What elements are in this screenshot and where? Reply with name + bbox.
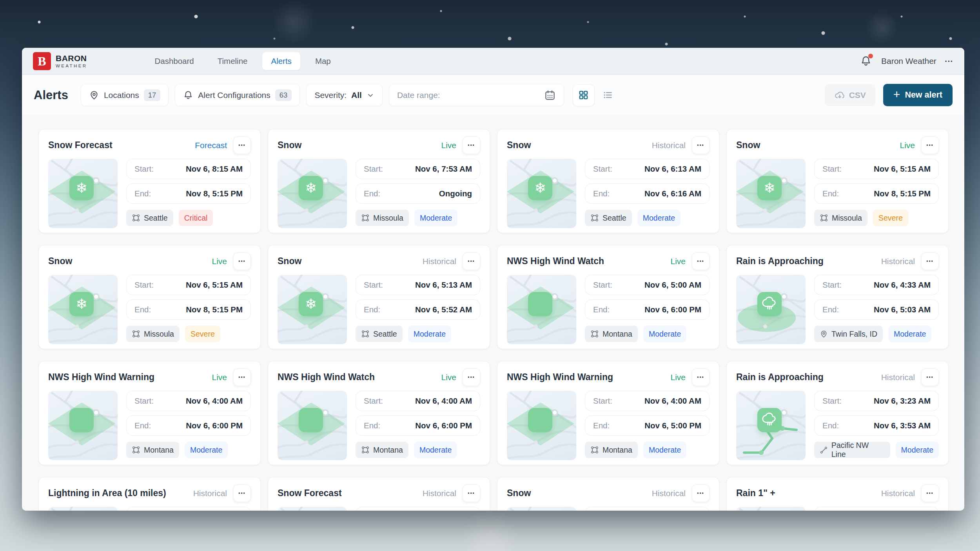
download-cloud-icon — [834, 90, 845, 101]
plus-icon: + — [893, 89, 900, 100]
alert-map-thumbnail[interactable]: ❄ — [736, 507, 806, 511]
location-name: Missoula — [832, 214, 862, 223]
alert-map-thumbnail[interactable]: ❄ — [278, 391, 347, 460]
alert-card-body: ❄ Start: Nov 6, 7:53 AM End: Ongoing — [278, 159, 480, 228]
alert-card-body: ❄ Start: Nov 6, 6:13 AM End: Nov 6, 6:16… — [507, 159, 710, 228]
snowflake-icon: ❄ — [305, 297, 317, 311]
card-more-button[interactable]: ••• — [233, 484, 251, 502]
start-label: Start: — [134, 396, 154, 406]
alert-map-thumbnail[interactable]: ❄ — [736, 391, 806, 460]
baron-weather-logo[interactable]: B BARON WEATHER — [33, 52, 87, 70]
alert-map-thumbnail[interactable]: ❄ — [48, 391, 118, 460]
location-chip: Montana — [585, 442, 638, 458]
polygon-icon — [820, 214, 828, 222]
alert-map-thumbnail[interactable]: ❄ — [507, 275, 576, 344]
tab-map[interactable]: Map — [307, 52, 339, 70]
alert-card-fields: Start: Nov 6, 4:33 AM End: Nov 6, 5:03 A… — [814, 275, 939, 344]
card-more-button[interactable]: ••• — [463, 136, 480, 154]
card-more-button[interactable]: ••• — [692, 252, 710, 270]
card-more-button[interactable]: ••• — [463, 252, 480, 270]
card-more-button[interactable]: ••• — [692, 368, 710, 386]
grid-view-button[interactable] — [573, 84, 595, 106]
alert-card[interactable]: Snow Live ••• — [726, 129, 949, 233]
alert-map-thumbnail[interactable]: ❄ — [507, 159, 576, 228]
card-more-button[interactable]: ••• — [233, 368, 251, 386]
end-field: End: Nov 8, 5:15 PM — [126, 299, 251, 320]
export-csv-button[interactable]: CSV — [825, 84, 875, 106]
notifications-button[interactable] — [859, 54, 873, 68]
card-more-button[interactable]: ••• — [463, 484, 480, 502]
navbar-right: Baron Weather ••• — [859, 54, 953, 68]
date-range-placeholder: Date range: — [397, 91, 440, 100]
alert-map-thumbnail[interactable]: ❄ — [507, 507, 576, 511]
alert-card[interactable]: NWS High Wind Watch Live ••• — [497, 245, 719, 349]
alert-card[interactable]: Rain 1" + Historical ••• — [726, 477, 949, 511]
card-more-button[interactable]: ••• — [921, 136, 939, 154]
alerts-grid: Snow Forecast Forecast ••• — [38, 129, 948, 511]
card-more-button[interactable]: ••• — [233, 252, 251, 270]
alert-map-thumbnail[interactable]: ❄ — [48, 275, 118, 344]
alert-card[interactable]: Snow Forecast Forecast ••• — [38, 129, 261, 233]
alert-map-thumbnail[interactable]: ❄ — [48, 507, 118, 511]
card-more-button[interactable]: ••• — [463, 368, 480, 386]
alert-card-chips: Missoula Moderate — [356, 210, 480, 226]
alert-card[interactable]: Snow Live ••• — [268, 129, 490, 233]
alert-map-thumbnail[interactable]: ❄ — [278, 275, 347, 344]
alert-card[interactable]: NWS High Wind Watch Live ••• — [268, 361, 490, 465]
alert-card[interactable]: Snow Historical ••• — [497, 477, 719, 511]
user-name[interactable]: Baron Weather — [881, 56, 936, 66]
alert-map-thumbnail[interactable]: ❄ — [736, 275, 806, 344]
user-menu-ellipsis-icon[interactable]: ••• — [945, 58, 953, 64]
alert-card[interactable]: NWS High Wind Warning Live ••• — [497, 361, 719, 465]
alert-card-header-right: Live ••• — [212, 368, 251, 386]
alert-configurations-button[interactable]: Alert Configurations 63 — [175, 84, 300, 106]
ellipsis-icon: ••• — [926, 259, 934, 264]
polygon-icon — [590, 214, 599, 222]
alert-map-thumbnail[interactable]: ❄ — [507, 391, 576, 460]
card-more-button[interactable]: ••• — [692, 484, 710, 502]
start-label: Start: — [822, 164, 842, 174]
location-name: Seattle — [144, 214, 168, 223]
alert-card[interactable]: Snow Forecast Historical ••• — [268, 477, 490, 511]
alert-type-icon: ❄ — [69, 292, 94, 316]
alert-card-body: ❄ Start: Nov 6, 4:00 AM End: Nov 6, 6:00… — [48, 391, 251, 460]
locations-filter-button[interactable]: Locations 17 — [81, 84, 169, 106]
alert-map-thumbnail[interactable]: ❄ — [48, 159, 118, 228]
end-label: End: — [364, 189, 380, 198]
card-more-button[interactable]: ••• — [921, 252, 939, 270]
calendar-icon — [544, 89, 556, 101]
date-range-input[interactable]: Date range: — [389, 84, 564, 106]
card-more-button[interactable]: ••• — [692, 136, 710, 154]
alert-map-thumbnail[interactable]: ❄ — [278, 507, 347, 511]
card-more-button[interactable]: ••• — [921, 484, 939, 502]
csv-label: CSV — [849, 91, 866, 100]
alert-map-thumbnail[interactable]: ❄ — [278, 159, 347, 228]
tab-dashboard[interactable]: Dashboard — [146, 52, 202, 70]
alert-card-body: ❄ Start: Nov 6, 8:15 AM End: Nov 8, 5:15… — [48, 159, 251, 228]
list-view-button[interactable] — [597, 84, 619, 106]
alerts-toolbar: Alerts Locations 17 Alert Configurations… — [22, 75, 964, 115]
end-field: End: Nov 6, 5:52 AM — [356, 299, 480, 320]
alert-card[interactable]: Snow Historical ••• — [497, 129, 719, 233]
start-field: Start: Nov 6, 5:00 AM — [585, 275, 710, 295]
severity-select[interactable]: Severity: All — [306, 84, 383, 106]
alert-card[interactable]: Snow Live ••• — [38, 245, 261, 349]
alert-card-body: ❄ Start: Nov 6, 4:00 AM End: Nov 6, 6:00… — [278, 391, 480, 460]
alert-card[interactable]: Rain is Approaching Historical ••• — [726, 245, 949, 349]
alert-card-header-right: Historical ••• — [881, 252, 939, 270]
card-more-button[interactable]: ••• — [233, 136, 251, 154]
tab-timeline[interactable]: Timeline — [209, 52, 256, 70]
card-more-button[interactable]: ••• — [921, 368, 939, 386]
ellipsis-icon: ••• — [238, 259, 246, 264]
alert-map-thumbnail[interactable]: ❄ — [736, 159, 806, 228]
alert-card[interactable]: NWS High Wind Warning Live ••• — [38, 361, 261, 465]
start-value: Nov 6, 8:15 AM — [186, 164, 243, 174]
alert-card[interactable]: Snow Historical ••• — [268, 245, 490, 349]
tab-alerts[interactable]: Alerts — [262, 52, 300, 70]
alert-card[interactable]: Rain is Approaching Historical ••• — [726, 361, 949, 465]
location-name: Montana — [603, 330, 632, 339]
severity-chip: Moderate — [888, 326, 931, 342]
alert-card-title: NWS High Wind Warning — [48, 372, 154, 382]
new-alert-button[interactable]: + New alert — [883, 84, 953, 106]
alert-card[interactable]: Lightning in Area (10 miles) Historical … — [38, 477, 261, 511]
